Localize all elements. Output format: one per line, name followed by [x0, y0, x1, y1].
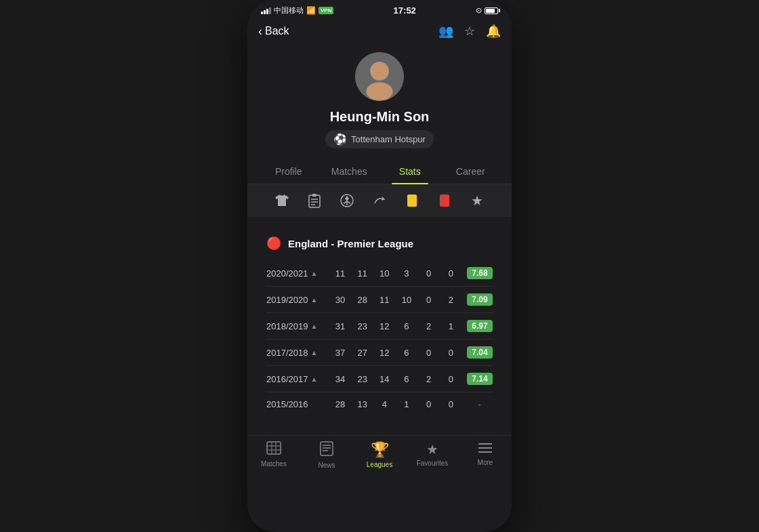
header: ‹ Back 👥 ☆ 🔔 [247, 18, 512, 47]
nav-leagues-label: Leagues [367, 461, 392, 468]
rating-badge: 7.68 [467, 267, 493, 279]
avatar-image [355, 52, 404, 101]
vpn-badge: VPN [319, 7, 333, 14]
signal-bars [261, 7, 271, 14]
stats-numbers: 34 23 14 6 2 0 7.14 [334, 373, 493, 385]
club-badge: ⚽ Tottenham Hotspur [325, 130, 434, 148]
league-header: 🔴 England - Premier League [266, 236, 493, 251]
chevron-up-icon: ▲ [310, 323, 317, 330]
more-nav-icon [478, 441, 493, 457]
matches-nav-icon [266, 441, 281, 458]
league-name: England - Premier League [288, 238, 413, 249]
nav-more[interactable]: More [465, 441, 506, 469]
red-card-filter-icon[interactable] [435, 191, 454, 210]
chevron-up-icon: ▲ [310, 296, 317, 304]
no-rating: - [467, 399, 493, 409]
news-nav-icon [320, 441, 333, 459]
shirt-filter-icon[interactable] [272, 191, 291, 210]
header-actions: 👥 ☆ 🔔 [438, 24, 501, 39]
chevron-up-icon: ▲ [310, 375, 317, 383]
favourite-icon[interactable]: ☆ [464, 24, 475, 39]
status-right: ⊙ [476, 6, 498, 15]
table-row[interactable]: 2018/2019 ▲ 31 23 12 6 2 1 6.97 [266, 313, 493, 340]
england-flag-icon: 🔴 [266, 236, 281, 251]
stat-goals: 10 [378, 268, 390, 279]
svg-rect-20 [321, 442, 333, 455]
player-tabs: Profile Matches Stats Career [247, 159, 512, 184]
tab-matches[interactable]: Matches [319, 159, 380, 184]
stat-yellow: 0 [423, 268, 435, 279]
tab-profile[interactable]: Profile [258, 159, 319, 184]
season-label: 2018/2019 ▲ [266, 321, 334, 331]
wifi-icon: 📶 [306, 6, 316, 15]
stats-numbers: 31 23 12 6 2 1 6.97 [334, 320, 493, 332]
nav-matches[interactable]: Matches [253, 441, 294, 469]
nav-news-label: News [318, 462, 335, 469]
league-section: 🔴 England - Premier League 2020/2021 ▲ 1… [255, 225, 504, 427]
stats-numbers: 37 27 12 6 0 0 7.04 [334, 346, 493, 359]
nav-favourites-label: Favourites [417, 459, 449, 467]
back-arrow-icon: ‹ [258, 24, 262, 39]
stat-red: 0 [445, 268, 457, 279]
club-icon: ⚽ [333, 133, 347, 146]
rating-badge: 6.97 [467, 320, 493, 332]
favourites-nav-icon: ★ [426, 441, 438, 457]
svg-rect-5 [309, 195, 320, 207]
season-label: 2016/2017 ▲ [266, 374, 334, 384]
avatar [355, 52, 404, 101]
svg-rect-6 [312, 194, 316, 197]
svg-point-4 [367, 83, 392, 100]
assist-filter-icon[interactable] [370, 191, 389, 210]
table-row[interactable]: 2020/2021 ▲ 11 11 10 3 0 0 7.68 [266, 260, 493, 287]
nav-leagues[interactable]: 🏆 Leagues [359, 441, 400, 469]
back-label: Back [265, 25, 289, 37]
clipboard-filter-icon[interactable] [305, 191, 324, 210]
season-label: 2017/2018 ▲ [266, 348, 334, 358]
battery-icon [485, 7, 498, 14]
svg-rect-15 [267, 442, 281, 454]
svg-marker-11 [345, 196, 349, 201]
leagues-nav-icon: 🏆 [371, 441, 389, 459]
nav-matches-label: Matches [261, 460, 287, 468]
tab-stats[interactable]: Stats [380, 159, 440, 184]
rating-badge: 7.14 [467, 373, 493, 385]
table-row[interactable]: 2019/2020 ▲ 30 28 11 10 0 2 7.09 [266, 287, 493, 313]
phone-frame: 中国移动 📶 VPN 17:52 ⊙ ‹ Back 👥 ☆ 🔔 [247, 0, 512, 532]
nav-favourites[interactable]: ★ Favourites [412, 441, 453, 469]
bottom-nav: Matches News 🏆 Leagues ★ Favourites [247, 435, 512, 483]
season-label: 2020/2021 ▲ [266, 268, 334, 279]
notification-icon[interactable]: 🔔 [486, 24, 501, 39]
table-row[interactable]: 2017/2018 ▲ 37 27 12 6 0 0 7.04 [266, 340, 493, 366]
stat-apps: 11 [334, 268, 346, 279]
stats-numbers: 28 13 4 1 0 0 - [334, 399, 493, 409]
rating-filter-icon[interactable]: ★ [468, 191, 487, 210]
tab-career[interactable]: Career [440, 159, 501, 184]
club-name: Tottenham Hotspur [351, 134, 426, 144]
stat-starts: 11 [356, 268, 369, 279]
nav-more-label: More [478, 459, 493, 466]
status-left: 中国移动 📶 VPN [261, 5, 333, 16]
rating-badge: 7.09 [467, 293, 493, 306]
stat-assists: 3 [401, 268, 413, 279]
chevron-up-icon: ▲ [310, 270, 317, 277]
ball-filter-icon[interactable] [337, 191, 356, 210]
player-name: Heung-Min Son [330, 109, 430, 125]
chevron-up-icon: ▲ [310, 349, 317, 356]
season-label: 2015/2016 [266, 399, 334, 409]
table-row[interactable]: 2016/2017 ▲ 34 23 14 6 2 0 7.14 [266, 366, 493, 392]
alarm-icon: ⊙ [476, 6, 482, 15]
yellow-card-filter-icon[interactable] [403, 191, 422, 210]
back-button[interactable]: ‹ Back [258, 24, 289, 39]
table-row[interactable]: 2015/2016 28 13 4 1 0 0 - [266, 392, 493, 416]
status-time: 17:52 [394, 5, 416, 16]
nav-news[interactable]: News [306, 441, 347, 469]
add-friend-icon[interactable]: 👥 [438, 24, 453, 39]
stats-numbers: 11 11 10 3 0 0 7.68 [334, 267, 493, 279]
svg-point-3 [371, 62, 388, 80]
rating-badge: 7.04 [467, 346, 493, 359]
status-bar: 中国移动 📶 VPN 17:52 ⊙ [247, 0, 512, 18]
carrier-label: 中国移动 [274, 5, 304, 16]
season-label: 2019/2020 ▲ [266, 295, 334, 305]
stats-filter-row: ★ [247, 184, 512, 217]
stats-numbers: 30 28 11 10 0 2 7.09 [334, 293, 493, 306]
